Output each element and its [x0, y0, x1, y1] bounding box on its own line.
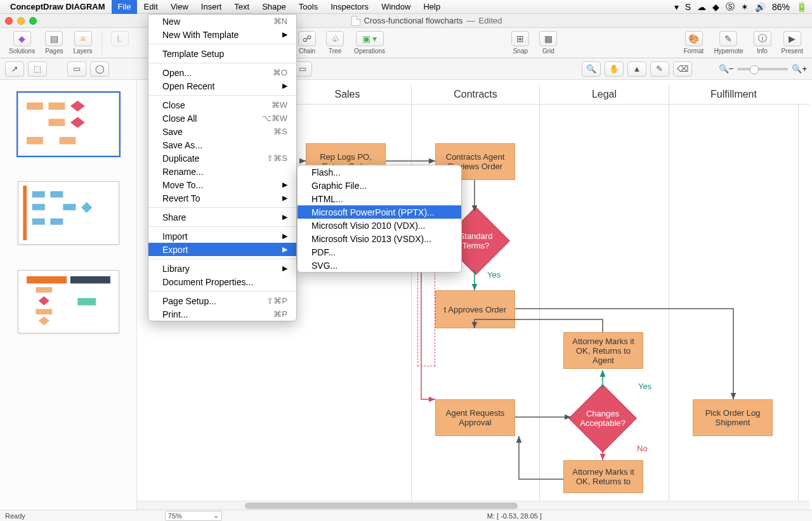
shape-approves-order[interactable]: t Approves Order — [435, 290, 515, 328]
menu-window[interactable]: Window — [375, 0, 417, 14]
file-menu-export[interactable]: Export▶ — [148, 243, 296, 256]
export-microsoft-powerpoint-pptx-[interactable]: Microsoft PowerPoint (PPTX)... — [298, 205, 461, 219]
menu-insert[interactable]: Insert — [195, 0, 228, 14]
svg-rect-14 — [50, 219, 63, 225]
export-microsoft-visio-vsdx-[interactable]: Microsoft Visio 2013 (VSDX)... — [298, 232, 461, 245]
search-tool[interactable]: 🔍 — [582, 61, 601, 77]
skype-icon[interactable]: Ⓢ — [726, 1, 735, 13]
file-menu-revert-to[interactable]: Revert To▶ — [148, 191, 296, 205]
file-menu: New⌘NNew With Template▶Template SetupOpe… — [148, 14, 297, 321]
shape-changes-acceptable[interactable]: Changes Acceptable? — [568, 384, 637, 453]
shape-rect[interactable]: ▭ — [67, 61, 86, 77]
pointer-tool[interactable]: ➚ — [5, 61, 24, 77]
tool-solutions[interactable]: ◆Solutions — [5, 31, 39, 55]
menu-view[interactable]: View — [164, 0, 195, 14]
cloud-icon[interactable]: ☁ — [697, 2, 706, 12]
svg-rect-5 — [27, 137, 43, 144]
s-icon[interactable]: S — [685, 2, 691, 12]
tool-layers[interactable]: ≡Layers — [70, 31, 96, 55]
window-minimize-button[interactable] — [17, 17, 25, 25]
svg-rect-3 — [48, 119, 65, 125]
tool-present[interactable]: ▶Present — [778, 31, 807, 55]
vlc-icon[interactable]: ▾ — [674, 2, 679, 12]
zoom-select[interactable]: 75%⌄ — [165, 511, 222, 521]
document-title[interactable]: Cross-functional flowcharts — Edited — [351, 16, 502, 26]
tool-chain[interactable]: ☍Chain — [294, 31, 320, 55]
menu-edit[interactable]: Edit — [137, 0, 164, 14]
file-menu-print-[interactable]: Print...⌘P — [148, 307, 296, 321]
hand-tool[interactable]: ✋ — [605, 61, 624, 77]
tool-operations[interactable]: ▣ ▾Operations — [350, 31, 389, 55]
shape-agent-requests[interactable]: Agent Requests Approval — [435, 399, 515, 436]
file-menu-import[interactable]: Import▶ — [148, 229, 296, 243]
text-box-tool[interactable]: ⬚ — [28, 61, 47, 77]
page-thumb-2[interactable] — [18, 181, 119, 245]
volume-icon[interactable]: 🔊 — [755, 2, 766, 12]
shape-attorney-ok-2[interactable]: Attorney Marks it OK, Returns to — [563, 460, 643, 493]
zoom-out-icon[interactable]: 🔍− — [719, 64, 734, 74]
file-menu-close[interactable]: Close⌘W — [148, 98, 296, 112]
zoom-in-icon[interactable]: 🔍+ — [792, 64, 807, 74]
eraser-tool[interactable]: ⌫ — [673, 61, 692, 77]
file-menu-share[interactable]: Share▶ — [148, 210, 296, 224]
file-menu-open-[interactable]: Open...⌘O — [148, 66, 296, 79]
battery-icon[interactable]: 🔋 — [796, 2, 807, 12]
zoom-control[interactable]: 🔍− 🔍+ — [719, 64, 807, 74]
file-menu-close-all[interactable]: Close All⌥⌘W — [148, 112, 296, 125]
export-microsoft-visio-vdx-[interactable]: Microsoft Visio 2010 (VDX)... — [298, 219, 461, 232]
file-menu-library[interactable]: Library▶ — [148, 262, 296, 275]
page-thumb-1[interactable] — [18, 93, 119, 156]
horizontal-scrollbar[interactable] — [137, 501, 809, 510]
export-pdf-[interactable]: PDF... — [298, 245, 461, 259]
export-graphic-file-[interactable]: Graphic File... — [298, 179, 461, 192]
dropbox-icon[interactable]: ◆ — [712, 2, 719, 12]
app-name[interactable]: ConceptDraw DIAGRAM — [10, 2, 105, 11]
file-menu-open-recent[interactable]: Open Recent▶ — [148, 79, 296, 93]
file-menu-duplicate[interactable]: Duplicate⇧⌘S — [148, 151, 296, 165]
svg-rect-7 — [23, 186, 27, 240]
file-menu-save-as-[interactable]: Save As... — [148, 138, 296, 151]
menu-inspectors[interactable]: Inspectors — [324, 0, 375, 14]
file-menu-rename-[interactable]: Rename... — [148, 165, 296, 178]
menu-tools[interactable]: Tools — [292, 0, 324, 14]
file-menu-move-to-[interactable]: Move To...▶ — [148, 178, 296, 191]
menu-help[interactable]: Help — [417, 0, 447, 14]
tool-library-hidden[interactable]: L — [107, 31, 133, 55]
file-menu-new[interactable]: New⌘N — [148, 15, 296, 28]
file-menu-page-setup-[interactable]: Page Setup...⇧⌘P — [148, 294, 296, 307]
shape-pick-order[interactable]: Pick Order Log Shipment — [693, 399, 773, 436]
document-name: Cross-functional flowcharts — [364, 16, 463, 25]
eyedropper-tool[interactable]: ✎ — [650, 61, 669, 77]
menu-file[interactable]: File — [112, 0, 138, 14]
svg-rect-15 — [27, 276, 67, 283]
wifi-icon[interactable]: ✶ — [741, 2, 749, 12]
file-menu-document-properties-[interactable]: Document Properties... — [148, 275, 296, 288]
svg-rect-19 — [36, 309, 52, 314]
status-bar: Ready 75%⌄ M: [ -0.53, 28.05 ] — [0, 510, 812, 521]
page-thumb-3[interactable] — [18, 270, 119, 333]
menu-text[interactable]: Text — [228, 0, 256, 14]
file-menu-save[interactable]: Save⌘S — [148, 125, 296, 138]
shape-ellipse[interactable]: ◯ — [90, 61, 109, 77]
shape-attorney-ok-1[interactable]: Attorney Marks it OK, Returns to Agent — [563, 332, 643, 369]
zoom-slider[interactable] — [737, 68, 788, 70]
tool-grid[interactable]: ▦Grid — [535, 31, 561, 55]
stamp-tool[interactable]: ▲ — [627, 61, 646, 77]
svg-rect-6 — [59, 137, 75, 144]
tool-pages[interactable]: ▤Pages — [41, 31, 67, 55]
lane-sales: Sales — [283, 85, 411, 104]
export-svg-[interactable]: SVG... — [298, 259, 461, 272]
menu-shape[interactable]: Shape — [256, 0, 292, 14]
export-html-[interactable]: HTML... — [298, 192, 461, 205]
tool-hypernote[interactable]: ✎Hypernote — [710, 31, 747, 55]
tool-tree[interactable]: ♧Tree — [322, 31, 348, 55]
tool-format[interactable]: 🎨Format — [680, 31, 708, 55]
export-flash-[interactable]: Flash... — [298, 165, 461, 179]
window-close-button[interactable] — [5, 17, 13, 25]
window-zoom-button[interactable] — [29, 17, 37, 25]
export-submenu: Flash...Graphic File...HTML...Microsoft … — [297, 165, 462, 273]
file-menu-template-setup[interactable]: Template Setup — [148, 47, 296, 60]
tool-info[interactable]: ⓘInfo — [750, 31, 775, 55]
tool-snap[interactable]: ⊞Snap — [508, 31, 533, 55]
file-menu-new-with-template[interactable]: New With Template▶ — [148, 28, 296, 41]
